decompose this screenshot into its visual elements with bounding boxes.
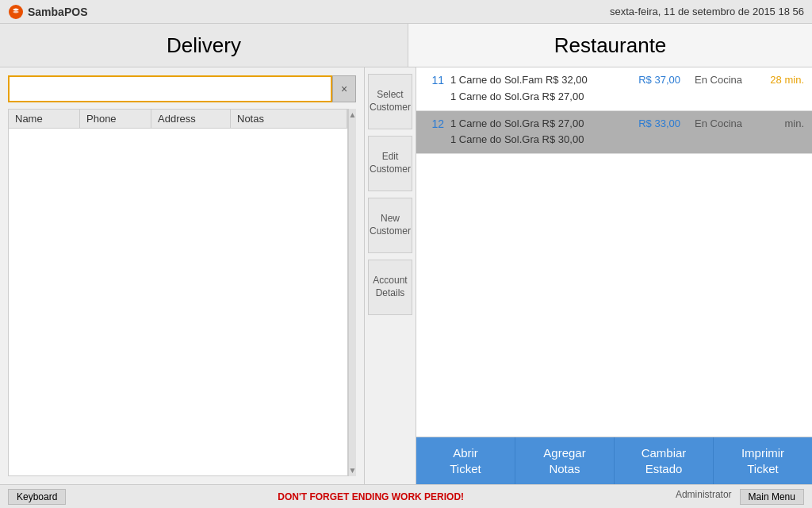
new-customer-button[interactable]: NewCustomer bbox=[368, 198, 412, 253]
top-bar: SambaPOS sexta-feira, 11 de setembro de … bbox=[0, 0, 812, 24]
customer-list bbox=[9, 129, 347, 475]
main-content: × Name Phone Address Notas ▲ ▼ SelectCus… bbox=[0, 67, 812, 484]
cambiar-estado-button[interactable]: CambiarEstado bbox=[615, 437, 714, 484]
logo-text: SambaPOS bbox=[28, 6, 87, 18]
ticket-item-line: 1 Carne do Sol.Gra R$ 27,00 bbox=[450, 116, 611, 133]
action-buttons: AbrirTicket AgregarNotas CambiarEstado I… bbox=[416, 437, 812, 484]
admin-area: Administrator Main Menu bbox=[676, 489, 804, 505]
right-sidebar: SelectCustomer EditCustomer NewCustomer … bbox=[365, 67, 416, 484]
col-phone: Phone bbox=[80, 110, 151, 128]
ticket-status: En Cocina bbox=[687, 117, 750, 129]
scroll-down[interactable]: ▼ bbox=[347, 464, 356, 476]
scroll-up[interactable]: ▲ bbox=[347, 109, 356, 121]
col-name: Name bbox=[9, 110, 80, 128]
col-address: Address bbox=[151, 110, 231, 128]
ticket-price: R$ 33,00 bbox=[617, 117, 680, 129]
restaurante-label: Restaurante bbox=[408, 24, 812, 67]
edit-customer-button[interactable]: EditCustomer bbox=[368, 136, 412, 191]
ticket-item-line: 1 Carne do Sol.Fam R$ 32,00 bbox=[450, 72, 611, 89]
ticket-status: En Cocina bbox=[687, 74, 750, 86]
tickets-area: 11 1 Carne do Sol.Fam R$ 32,00 1 Carne d… bbox=[416, 67, 812, 437]
warning-text: DON'T FORGET ENDING WORK PERIOD! bbox=[278, 491, 464, 502]
abrir-ticket-button[interactable]: AbrirTicket bbox=[416, 437, 515, 484]
header-row: Delivery Restaurante bbox=[0, 24, 812, 67]
customer-table: Name Phone Address Notas bbox=[8, 109, 348, 476]
footer: Keyboard DON'T FORGET ENDING WORK PERIOD… bbox=[0, 484, 812, 508]
clear-button[interactable]: × bbox=[332, 75, 356, 102]
customer-table-header: Name Phone Address Notas bbox=[9, 110, 347, 129]
account-details-button[interactable]: AccountDetails bbox=[368, 260, 412, 315]
ticket-row[interactable]: 12 1 Carne do Sol.Gra R$ 27,00 1 Carne d… bbox=[416, 111, 812, 155]
ticket-items: 1 Carne do Sol.Fam R$ 32,00 1 Carne do S… bbox=[450, 72, 611, 106]
agregar-notas-button[interactable]: AgregarNotas bbox=[515, 437, 615, 484]
ticket-time: 28 min. bbox=[756, 74, 804, 86]
col-notas: Notas bbox=[231, 110, 347, 128]
ticket-number: 11 bbox=[424, 74, 444, 87]
datetime: sexta-feira, 11 de setembro de 2015 18 5… bbox=[610, 6, 804, 17]
search-row: × bbox=[8, 75, 356, 102]
ticket-time: min. bbox=[756, 117, 804, 129]
ticket-number: 12 bbox=[424, 117, 444, 130]
logo-area: SambaPOS bbox=[8, 4, 87, 20]
main-menu-button[interactable]: Main Menu bbox=[740, 489, 804, 505]
ticket-row[interactable]: 11 1 Carne do Sol.Fam R$ 32,00 1 Carne d… bbox=[416, 67, 812, 111]
left-panel: × Name Phone Address Notas ▲ ▼ bbox=[0, 67, 365, 484]
delivery-button[interactable]: Delivery bbox=[0, 24, 408, 67]
logo-icon bbox=[8, 4, 24, 20]
right-panel: 11 1 Carne do Sol.Fam R$ 32,00 1 Carne d… bbox=[416, 67, 812, 484]
ticket-items: 1 Carne do Sol.Gra R$ 27,00 1 Carne do S… bbox=[450, 116, 611, 149]
ticket-item-line: 1 Carne do Sol.Gra R$ 30,00 bbox=[450, 132, 611, 148]
scroll-indicator: ▲ ▼ bbox=[348, 109, 356, 476]
imprimir-ticket-button[interactable]: ImprimirTicket bbox=[714, 437, 812, 484]
search-input[interactable] bbox=[8, 75, 332, 102]
ticket-price: R$ 37,00 bbox=[617, 74, 680, 86]
select-customer-button[interactable]: SelectCustomer bbox=[368, 74, 412, 129]
ticket-item-line: 1 Carne do Sol.Gra R$ 27,00 bbox=[450, 89, 611, 106]
keyboard-button[interactable]: Keyboard bbox=[8, 489, 66, 505]
admin-label: Administrator bbox=[676, 489, 732, 505]
